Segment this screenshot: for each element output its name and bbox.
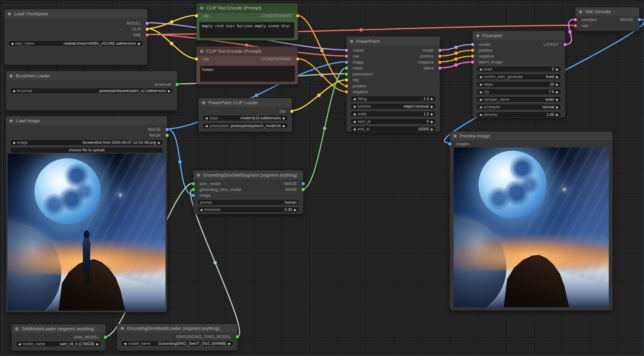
widget-steps[interactable]: ◀ steps 20 ▶ <box>476 81 561 87</box>
node-vae-decode[interactable]: VAE Decode samples IMAGE vae <box>575 7 640 31</box>
node-header[interactable]: VAE Decode <box>576 7 639 16</box>
decrement-arrow-icon[interactable]: ◀ <box>353 120 356 123</box>
output-clip[interactable]: clip <box>280 109 288 114</box>
widget-scheduler[interactable]: ◀ scheduler normal ▶ <box>476 104 561 110</box>
latent-slot-icon[interactable] <box>438 66 442 70</box>
output-vae[interactable]: VAE <box>133 33 144 37</box>
output-conditioning[interactable]: CONDITIONING <box>261 13 294 18</box>
node-load-image[interactable]: Load Image IMAGE MASK ◀ image Screenshot… <box>6 116 167 312</box>
node-grounding-dino-model-loader[interactable]: GroundingDinoModelLoader (segment anythi… <box>117 324 238 351</box>
input-mask[interactable]: mask <box>350 66 362 70</box>
node-clip-text-encode-negative[interactable]: CLIP Text Encode (Prompt) clip CONDITION… <box>196 46 298 84</box>
decrement-arrow-icon[interactable]: ◀ <box>12 141 15 144</box>
image-slot-icon[interactable] <box>638 18 641 21</box>
decrement-arrow-icon[interactable]: ◀ <box>11 42 14 45</box>
output-mask[interactable]: MASK <box>285 187 300 192</box>
decrement-arrow-icon[interactable]: ◀ <box>353 105 356 108</box>
collapse-dot-icon[interactable] <box>476 34 480 37</box>
output-clip[interactable]: CLIP <box>132 27 144 31</box>
collapse-dot-icon[interactable] <box>200 50 203 53</box>
decrement-arrow-icon[interactable]: ◀ <box>479 105 482 109</box>
widget-control-after-generate[interactable]: ◀ control_after_generate fixed ▶ <box>476 74 561 80</box>
input-vae[interactable]: vae <box>579 23 588 28</box>
increment-arrow-icon[interactable]: ▶ <box>556 90 558 94</box>
widget-model-name[interactable]: ◀ model_name sam_vit_h (2.56GB) ▶ <box>15 341 102 347</box>
image-slot-icon[interactable] <box>192 194 195 197</box>
decrement-arrow-icon[interactable]: ◀ <box>205 116 208 120</box>
increment-arrow-icon[interactable]: ▶ <box>168 89 170 92</box>
increment-arrow-icon[interactable]: ▶ <box>158 141 160 144</box>
collapse-dot-icon[interactable] <box>121 327 124 330</box>
decrement-arrow-icon[interactable]: ◀ <box>353 97 356 100</box>
increment-arrow-icon[interactable]: ▶ <box>431 97 433 100</box>
prompt-textarea[interactable]: empty rock over horizon empty scene blur <box>200 22 294 38</box>
widget-threshold[interactable]: ◀ threshold 0.30 ▶ <box>197 207 300 213</box>
input-sam-model[interactable]: sam_model <box>197 181 221 186</box>
decrement-arrow-icon[interactable]: ◀ <box>479 113 482 116</box>
input-negative[interactable]: negative <box>476 54 494 58</box>
clip-slot-icon[interactable] <box>345 78 348 82</box>
decrement-arrow-icon[interactable]: ◀ <box>479 83 482 86</box>
input-model[interactable]: model <box>350 48 364 53</box>
node-powerpaint-clip-loader[interactable]: PowerPaint CLIP Loader clip ◀ base model… <box>198 98 292 132</box>
increment-arrow-icon[interactable]: ▶ <box>431 112 433 116</box>
increment-arrow-icon[interactable]: ▶ <box>556 98 558 101</box>
increment-arrow-icon[interactable]: ▶ <box>294 208 296 211</box>
increment-arrow-icon[interactable]: ▶ <box>283 124 285 127</box>
prompt-textarea[interactable]: human <box>200 66 295 82</box>
increment-arrow-icon[interactable]: ▶ <box>96 342 99 346</box>
input-clip[interactable]: clip <box>200 13 209 18</box>
decrement-arrow-icon[interactable]: ◀ <box>205 124 208 127</box>
decrement-arrow-icon[interactable]: ◀ <box>124 342 126 345</box>
output-image[interactable]: IMAGE <box>620 17 636 22</box>
output-latent[interactable]: LATENT <box>544 42 561 47</box>
conditioning-slot-icon[interactable] <box>471 54 474 58</box>
collapse-dot-icon[interactable] <box>8 12 11 15</box>
node-sam-model-loader[interactable]: SAMModelLoader (segment anything) SAM_MO… <box>12 324 106 351</box>
widget-base[interactable]: ◀ base model.fp16.safetensors ▶ <box>202 115 288 121</box>
clip-slot-icon[interactable] <box>195 14 198 17</box>
widget-start-at[interactable]: ◀ start_at 0 ▶ <box>350 118 436 124</box>
collapse-dot-icon[interactable] <box>197 174 200 177</box>
increment-arrow-icon[interactable]: ▶ <box>283 116 285 120</box>
decrement-arrow-icon[interactable]: ◀ <box>479 90 482 94</box>
decrement-arrow-icon[interactable]: ◀ <box>479 75 482 78</box>
output-grounding-dino-model[interactable]: GROUNDING_DINO_MODEL <box>176 334 234 339</box>
output-positive[interactable]: positive <box>420 54 436 58</box>
collapse-dot-icon[interactable] <box>579 10 582 13</box>
widget-function[interactable]: ◀ function object removal ▶ <box>350 103 436 109</box>
decrement-arrow-icon[interactable]: ◀ <box>479 68 482 71</box>
node-header[interactable]: CLIP Text Encode (Prompt) <box>197 47 298 56</box>
output-image[interactable]: IMAGE <box>148 127 163 132</box>
node-ksampler[interactable]: KSampler model LATENT positive negative … <box>472 31 565 117</box>
node-grounding-dino-sam-segment[interactable]: GroundingDinoSAMSegment (segment anythin… <box>193 170 303 214</box>
widget-sampler-name[interactable]: ◀ sampler_name euler ▶ <box>476 96 561 102</box>
conditioning-slot-icon[interactable] <box>296 57 300 61</box>
node-header[interactable]: CLIP Text Encode (Prompt) <box>197 3 298 13</box>
input-positive[interactable]: positive <box>476 48 492 53</box>
output-negative[interactable]: negative <box>418 60 436 65</box>
vae-slot-icon[interactable] <box>574 24 577 27</box>
output-image[interactable]: IMAGE <box>284 181 300 186</box>
input-positive[interactable]: positive <box>350 84 366 88</box>
widget-image-file[interactable]: ◀ image Screenshot from 2024-05-07 12-22… <box>10 139 163 146</box>
clip-slot-icon[interactable] <box>195 57 198 61</box>
output-brushnet[interactable]: brushnet <box>155 82 173 87</box>
vae-slot-icon[interactable] <box>345 55 348 58</box>
vae-slot-icon[interactable] <box>146 33 149 36</box>
input-grounding-dino-model[interactable]: grounding_dino_model <box>197 187 241 192</box>
sam-model-slot-icon[interactable] <box>104 336 107 339</box>
input-latent-image[interactable]: latent_image <box>476 60 502 64</box>
node-header[interactable]: Load Image <box>6 116 167 126</box>
input-negative[interactable]: negative <box>350 89 368 94</box>
model-slot-icon[interactable] <box>146 22 149 25</box>
node-header[interactable]: PowerPaint CLIP Loader <box>198 98 292 107</box>
image-slot-icon[interactable] <box>166 128 169 131</box>
input-powerpaint[interactable]: powerpaint <box>350 72 373 76</box>
widget-brushnet[interactable]: ◀ brushnet powerpaint/powerpaint_v2.safe… <box>10 88 173 94</box>
decrement-arrow-icon[interactable]: ◀ <box>353 112 356 116</box>
collapse-dot-icon[interactable] <box>10 119 13 123</box>
brushnet-slot-icon[interactable] <box>176 83 179 86</box>
dino-model-slot-icon[interactable] <box>192 188 195 191</box>
image-slot-icon[interactable] <box>448 142 452 145</box>
